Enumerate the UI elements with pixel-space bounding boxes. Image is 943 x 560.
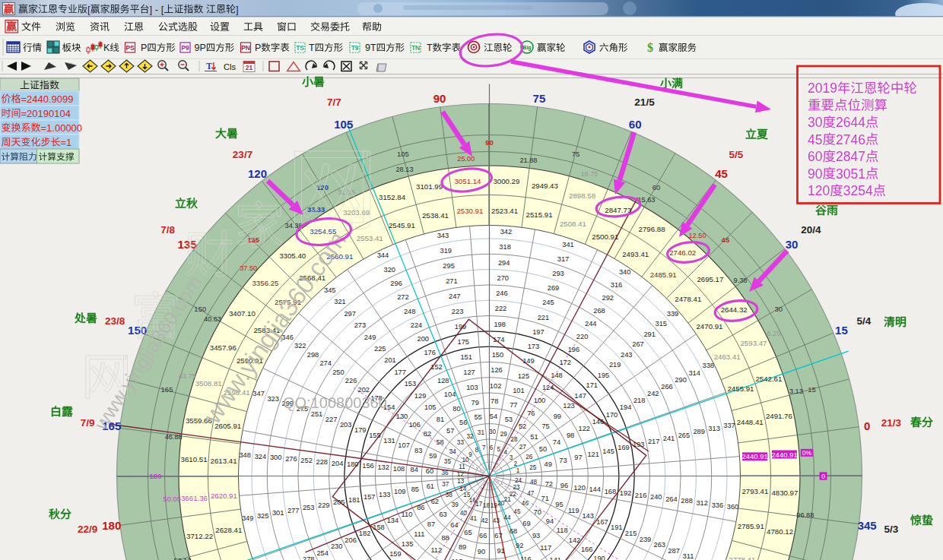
svg-text:25: 25 <box>529 464 537 471</box>
svg-text:30: 30 <box>774 305 783 313</box>
svg-text:297: 297 <box>344 310 356 318</box>
svg-text:39: 39 <box>452 501 459 508</box>
svg-text:105: 105 <box>424 403 437 411</box>
svg-text:44: 44 <box>503 514 511 521</box>
svg-text:272: 272 <box>397 293 409 301</box>
svg-text:40: 40 <box>460 510 468 517</box>
svg-text:2515.91: 2515.91 <box>526 210 553 219</box>
svg-text:127: 127 <box>463 369 475 376</box>
svg-text:60: 60 <box>652 183 661 191</box>
svg-text:28: 28 <box>510 436 518 443</box>
svg-text:32: 32 <box>467 433 475 440</box>
svg-text:87: 87 <box>427 520 435 528</box>
svg-text:4830.97: 4830.97 <box>771 489 798 497</box>
svg-text:129: 129 <box>414 392 427 400</box>
svg-text:61: 61 <box>427 482 434 490</box>
svg-text:108: 108 <box>393 465 405 473</box>
svg-text:246: 246 <box>496 289 508 297</box>
svg-text:2847.73: 2847.73 <box>605 206 631 214</box>
svg-text:26: 26 <box>525 454 533 460</box>
svg-text:320: 320 <box>384 266 396 274</box>
svg-text:170: 170 <box>606 411 618 419</box>
svg-text:336: 336 <box>712 501 724 509</box>
svg-text:66: 66 <box>479 532 487 539</box>
svg-text:50.00: 50.00 <box>164 495 181 503</box>
svg-text:288: 288 <box>681 497 693 505</box>
svg-text:190: 190 <box>593 555 605 560</box>
svg-text:2793.41: 2793.41 <box>741 487 768 495</box>
svg-text:300: 300 <box>270 454 282 461</box>
svg-text:123: 123 <box>563 402 575 410</box>
svg-text:93: 93 <box>532 532 540 539</box>
svg-text:46: 46 <box>522 500 529 507</box>
svg-text:319: 319 <box>440 247 452 255</box>
svg-text:103: 103 <box>466 384 478 391</box>
svg-text:200: 200 <box>418 335 430 343</box>
svg-text:15.63: 15.63 <box>637 196 655 204</box>
svg-text:276: 276 <box>285 455 297 463</box>
svg-text:98: 98 <box>567 432 574 439</box>
svg-text:2478.41: 2478.41 <box>675 295 701 303</box>
svg-text:266: 266 <box>661 383 673 391</box>
svg-text:150: 150 <box>128 324 147 337</box>
svg-text:5/4: 5/4 <box>857 315 872 327</box>
svg-text:2620.91: 2620.91 <box>211 492 237 500</box>
svg-text:126: 126 <box>491 366 503 374</box>
svg-text:105: 105 <box>334 118 353 131</box>
svg-text:0%: 0% <box>802 449 812 457</box>
svg-text:151: 151 <box>460 353 472 361</box>
svg-text:176: 176 <box>424 349 436 356</box>
svg-text:141: 141 <box>550 556 562 560</box>
svg-text:180: 180 <box>150 472 162 480</box>
svg-text:2455.91: 2455.91 <box>727 384 754 393</box>
svg-text:194: 194 <box>620 403 632 411</box>
svg-text:4: 4 <box>503 449 507 456</box>
svg-text:220: 220 <box>576 333 589 340</box>
svg-text:25.00: 25.00 <box>457 155 475 163</box>
svg-text:43: 43 <box>493 517 500 524</box>
svg-text:2530.91: 2530.91 <box>456 207 483 215</box>
svg-text:T: T <box>309 43 315 53</box>
svg-text:113: 113 <box>451 558 462 560</box>
svg-text:19: 19 <box>491 502 498 509</box>
svg-text:226: 226 <box>345 377 357 384</box>
svg-text:337: 337 <box>723 422 735 429</box>
svg-text:265: 265 <box>678 432 691 439</box>
svg-text:3152.84: 3152.84 <box>379 193 406 201</box>
svg-text:Big: Big <box>522 45 531 51</box>
svg-text:9P: 9P <box>195 43 206 53</box>
svg-text:338: 338 <box>703 362 715 369</box>
svg-text:64: 64 <box>450 521 458 529</box>
svg-text:169: 169 <box>618 444 630 451</box>
svg-text:2796.88: 2796.88 <box>639 225 665 233</box>
svg-text:133: 133 <box>379 491 391 498</box>
svg-text:132: 132 <box>377 464 389 471</box>
svg-text:=1: =1 <box>61 137 72 148</box>
svg-text:65: 65 <box>464 529 472 536</box>
svg-text:348: 348 <box>239 451 251 459</box>
svg-text:157: 157 <box>364 493 376 501</box>
svg-text:3457.96: 3457.96 <box>210 343 237 352</box>
svg-text:29: 29 <box>500 431 508 438</box>
svg-text:TN: TN <box>411 44 420 52</box>
svg-text:3356.25: 3356.25 <box>252 279 278 287</box>
svg-text:240: 240 <box>650 493 662 501</box>
svg-text:278: 278 <box>303 555 315 560</box>
svg-text:347: 347 <box>252 390 265 397</box>
svg-text:125: 125 <box>518 372 530 380</box>
svg-text:222: 222 <box>495 305 507 312</box>
svg-text:10: 10 <box>462 457 469 464</box>
svg-text:97: 97 <box>574 454 582 461</box>
svg-text:43.75: 43.75 <box>179 372 196 380</box>
svg-text:111: 111 <box>414 530 424 538</box>
svg-text:179: 179 <box>354 426 367 434</box>
svg-text:2440.91: 2440.91 <box>741 452 767 460</box>
svg-text:173: 173 <box>528 343 540 350</box>
svg-text:P: P <box>141 43 147 53</box>
svg-text:360: 360 <box>727 503 739 511</box>
svg-text:2778.41: 2778.41 <box>729 555 755 560</box>
svg-text:323: 323 <box>267 395 279 403</box>
svg-text:11: 11 <box>459 464 465 470</box>
svg-text:24: 24 <box>515 477 522 484</box>
svg-text:45: 45 <box>722 236 730 244</box>
